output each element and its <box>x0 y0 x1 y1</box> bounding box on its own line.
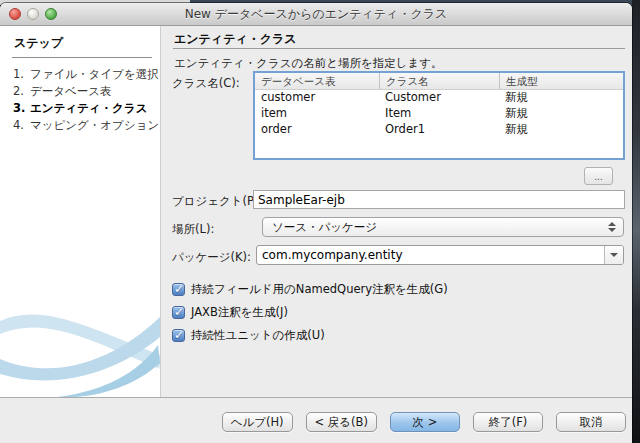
checkbox-checked-icon[interactable] <box>172 329 185 342</box>
title-bar: New データベースからのエンティティ・クラス <box>0 3 632 26</box>
checkbox-checked-icon[interactable] <box>172 306 185 319</box>
button-bar: ヘルプ(H) < 戻る(B) 次 > 終了(F) 取消 <box>0 397 632 443</box>
step-label: マッピング・オプション <box>30 117 159 134</box>
table-header-row: データベース表 クラス名 生成型 <box>255 73 623 90</box>
chevron-down-icon[interactable] <box>604 246 623 264</box>
netbeans-swoosh-watermark <box>0 301 160 397</box>
jaxb-checkbox-row[interactable]: JAXB注釈を生成(J) <box>172 305 288 320</box>
window-title: New データベースからのエンティティ・クラス <box>0 3 632 25</box>
package-combobox[interactable]: com.mycompany.entity <box>256 245 624 265</box>
steps-list: 1. ファイル・タイプを選択 2. データベース表 3. エンティティ・クラス … <box>0 66 160 134</box>
cancel-button[interactable]: 取消 <box>556 412 626 432</box>
wizard-content-panel: エンティティ・クラス エンティティ・クラスの名前と場所を指定します。 クラス名(… <box>161 26 632 397</box>
page-title: エンティティ・クラス <box>174 31 297 48</box>
step-label: エンティティ・クラス <box>30 100 147 117</box>
steps-sidebar: ステップ 1. ファイル・タイプを選択 2. データベース表 3. エンティティ… <box>0 26 161 397</box>
table-row[interactable]: item Item 新規 <box>255 106 623 122</box>
step-item-3-current: 3. エンティティ・クラス <box>0 100 160 117</box>
steps-header: ステップ <box>12 35 152 58</box>
namedquery-checkbox-row[interactable]: 持続フィールド用のNamedQuery注釈を生成(G) <box>172 282 448 297</box>
project-input[interactable] <box>253 190 625 209</box>
step-item-1: 1. ファイル・タイプを選択 <box>0 66 160 83</box>
up-down-arrows-icon <box>608 222 616 232</box>
column-header-generation-type: 生成型 <box>499 73 623 89</box>
location-selected-value: ソース・パッケージ <box>272 220 377 234</box>
package-label: パッケージ(K): <box>172 250 251 265</box>
background-right-strip <box>632 0 640 443</box>
zoom-icon[interactable] <box>45 8 57 20</box>
window-controls <box>9 8 57 20</box>
step-label: ファイル・タイプを選択 <box>30 66 159 83</box>
project-label: プロジェクト(P): <box>172 194 262 209</box>
persistence-unit-checkbox-row[interactable]: 持続性ユニットの作成(U) <box>172 328 325 343</box>
help-button[interactable]: ヘルプ(H) <box>222 412 293 432</box>
wizard-dialog: New データベースからのエンティティ・クラス ステップ 1. ファイル・タイプ… <box>0 3 632 443</box>
finish-button[interactable]: 終了(F) <box>473 412 543 432</box>
column-header-database-table: データベース表 <box>255 73 379 89</box>
checkbox-checked-icon[interactable] <box>172 283 185 296</box>
page-description: エンティティ・クラスの名前と場所を指定します。 <box>174 56 443 71</box>
step-item-4: 4. マッピング・オプション <box>0 117 160 134</box>
location-label: 場所(L): <box>172 222 214 237</box>
class-names-label: クラス名(C): <box>172 76 240 91</box>
next-button[interactable]: 次 > <box>390 412 460 432</box>
close-icon[interactable] <box>9 8 21 20</box>
package-value: com.mycompany.entity <box>262 248 402 262</box>
step-item-2: 2. データベース表 <box>0 83 160 100</box>
namedquery-checkbox-label: 持続フィールド用のNamedQuery注釈を生成(G) <box>191 282 448 297</box>
back-button[interactable]: < 戻る(B) <box>306 412 377 432</box>
more-options-button[interactable]: ... <box>584 167 613 185</box>
persistence-unit-checkbox-label: 持続性ユニットの作成(U) <box>191 328 325 343</box>
step-label: データベース表 <box>30 83 112 100</box>
class-names-table[interactable]: データベース表 クラス名 生成型 customer Customer 新規 it… <box>253 71 625 160</box>
title-divider <box>173 48 625 49</box>
table-row[interactable]: customer Customer 新規 <box>255 90 623 106</box>
jaxb-checkbox-label: JAXB注釈を生成(J) <box>191 305 288 320</box>
minimize-icon[interactable] <box>27 8 39 20</box>
table-row[interactable]: order Order1 新規 <box>255 122 623 138</box>
column-header-class-name: クラス名 <box>379 73 499 89</box>
location-select[interactable]: ソース・パッケージ <box>262 217 624 237</box>
